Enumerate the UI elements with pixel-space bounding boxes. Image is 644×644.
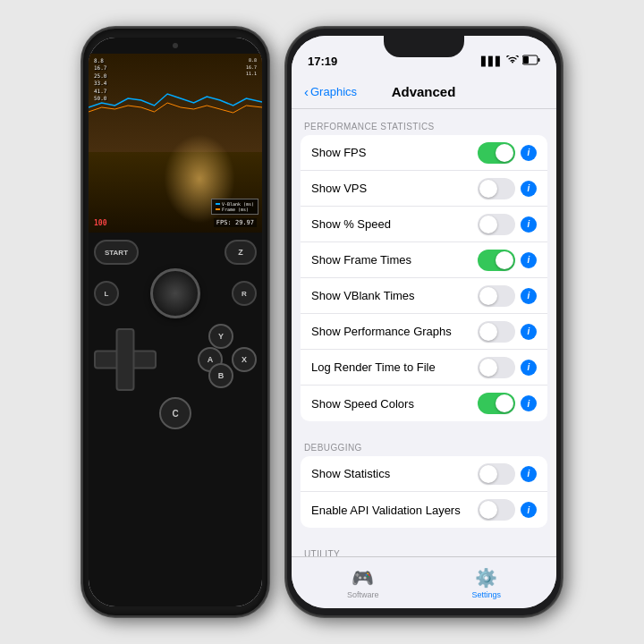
start-button[interactable]: START [94, 240, 139, 265]
row-controls: i [478, 321, 537, 343]
info-speed-colors[interactable]: i [521, 395, 537, 411]
toggle-show-vps[interactable] [478, 178, 515, 199]
dpad[interactable] [94, 328, 157, 391]
tab-software[interactable]: 🎮 Software [347, 567, 379, 599]
mid-buttons-row: L R [94, 268, 257, 318]
legend-frame: Frame (ms) [222, 207, 249, 212]
camera-dot [173, 43, 178, 48]
row-label: Show % Speed [311, 217, 478, 231]
z-button[interactable]: Z [225, 240, 257, 265]
info-show-stats[interactable]: i [521, 466, 537, 482]
r-button[interactable]: R [232, 281, 257, 306]
hud-numbers-left: 8.8 16.7 25.0 33.4 41.7 50.0 [94, 57, 106, 102]
row-controls: i [478, 178, 537, 199]
wifi-icon [506, 55, 519, 66]
left-phone: 8.8 16.7 25.0 33.4 41.7 50.0 8.8 16.7 11… [81, 27, 269, 617]
tab-settings-label: Settings [471, 590, 501, 599]
info-show-vps[interactable]: i [521, 181, 537, 197]
toggle-show-vblank[interactable] [478, 285, 515, 307]
row-controls: i [478, 250, 537, 271]
settings-row: Show Performance Graphs i [301, 314, 547, 350]
toggle-speed-colors[interactable] [478, 393, 515, 414]
l-button[interactable]: L [94, 281, 119, 306]
toggle-show-perf-graphs[interactable] [478, 321, 515, 343]
back-chevron-icon: ‹ [304, 84, 309, 99]
row-controls: i [478, 142, 537, 164]
info-show-fps[interactable]: i [521, 145, 537, 161]
toggle-api-validation[interactable] [478, 499, 515, 521]
left-notch [89, 38, 262, 54]
x-button[interactable]: X [232, 347, 257, 372]
row-controls: i [478, 285, 537, 307]
nav-bar: ‹ Graphics Advanced [292, 75, 556, 109]
row-label: Enable API Validation Layers [311, 504, 478, 517]
row-controls: i [478, 463, 537, 485]
tab-bar: 🎮 Software ⚙️ Settings [292, 556, 556, 608]
row-controls: i [478, 357, 537, 378]
section-header-debugging: DEBUGGING [292, 430, 556, 456]
abxy-cluster: Y X A B [185, 324, 257, 395]
signal-icon: ▋▋▋ [481, 56, 503, 66]
section-header-utility: UTILITY [292, 537, 556, 556]
info-show-vblank[interactable]: i [521, 288, 537, 304]
settings-row: Log Render Time to File i [301, 350, 547, 386]
toggle-show-fps[interactable] [478, 142, 515, 164]
info-api-validation[interactable]: i [521, 502, 537, 518]
settings-content: PERFORMANCE STATISTICS Show FPS i Show V… [292, 109, 556, 556]
section-header-performance: PERFORMANCE STATISTICS [292, 109, 556, 135]
svg-rect-2 [538, 58, 540, 62]
row-controls: i [478, 393, 537, 414]
game-screen: 8.8 16.7 25.0 33.4 41.7 50.0 8.8 16.7 11… [89, 54, 262, 233]
status-icons: ▋▋▋ [481, 55, 540, 67]
toggle-show-pct-speed[interactable] [478, 214, 515, 235]
settings-row: Show Statistics i [301, 456, 547, 492]
right-notch [384, 36, 464, 57]
info-show-frame-times[interactable]: i [521, 252, 537, 268]
row-controls: i [478, 214, 537, 235]
fps-display: FPS: 29.97 [214, 218, 257, 227]
toggle-log-render[interactable] [478, 357, 515, 378]
back-button[interactable]: ‹ Graphics [304, 84, 357, 99]
row-label: Show VBlank Times [311, 289, 478, 302]
c-button-wrap: C [159, 397, 191, 429]
status-time: 17:19 [308, 55, 337, 68]
info-show-pct-speed[interactable]: i [521, 216, 537, 233]
settings-row: Show VBlank Times i [301, 278, 547, 314]
software-icon: 🎮 [352, 567, 374, 589]
graph-legend: V-Blank (ms) Frame (ms) [211, 199, 258, 215]
tab-settings[interactable]: ⚙️ Settings [471, 567, 501, 599]
settings-row: Show FPS i [301, 135, 547, 171]
health-bar: 100 [94, 219, 106, 227]
analog-stick[interactable] [150, 268, 200, 318]
right-phone: 17:19 ▋▋▋ ‹ Graphics [285, 27, 563, 617]
performance-graph [89, 80, 262, 116]
tab-software-label: Software [347, 590, 379, 599]
row-label: Show Statistics [311, 467, 478, 480]
dpad-vertical [116, 328, 135, 391]
row-label: Show Speed Colors [311, 397, 478, 411]
toggle-show-frame-times[interactable] [478, 250, 515, 271]
row-label: Show Frame Times [311, 253, 478, 267]
controller-area: START Z L R Y X A [89, 233, 262, 606]
b-button[interactable]: B [208, 363, 233, 388]
top-buttons-row: START Z [94, 240, 257, 265]
row-label: Show Performance Graphs [311, 325, 478, 338]
back-label[interactable]: Graphics [310, 85, 357, 98]
row-label: Show FPS [311, 146, 478, 159]
c-button[interactable]: C [159, 397, 191, 429]
hud-numbers-right: 8.8 16.7 11.1 [246, 57, 257, 78]
row-controls: i [478, 499, 537, 521]
toggle-show-stats[interactable] [478, 463, 515, 485]
svg-rect-1 [523, 56, 529, 64]
settings-icon: ⚙️ [475, 567, 497, 589]
bottom-buttons-row: Y X A B [94, 324, 257, 395]
y-button[interactable]: Y [208, 324, 233, 349]
page-title: Advanced [357, 84, 490, 99]
info-show-perf-graphs[interactable]: i [521, 324, 537, 340]
settings-row: Enable API Validation Layers i [301, 492, 547, 528]
row-label: Show VPS [311, 182, 478, 195]
settings-row: Show VPS i [301, 171, 547, 207]
settings-row: Show % Speed i [301, 207, 547, 242]
debugging-group: Show Statistics i Enable API Validation … [301, 456, 547, 528]
info-log-render[interactable]: i [521, 360, 537, 376]
